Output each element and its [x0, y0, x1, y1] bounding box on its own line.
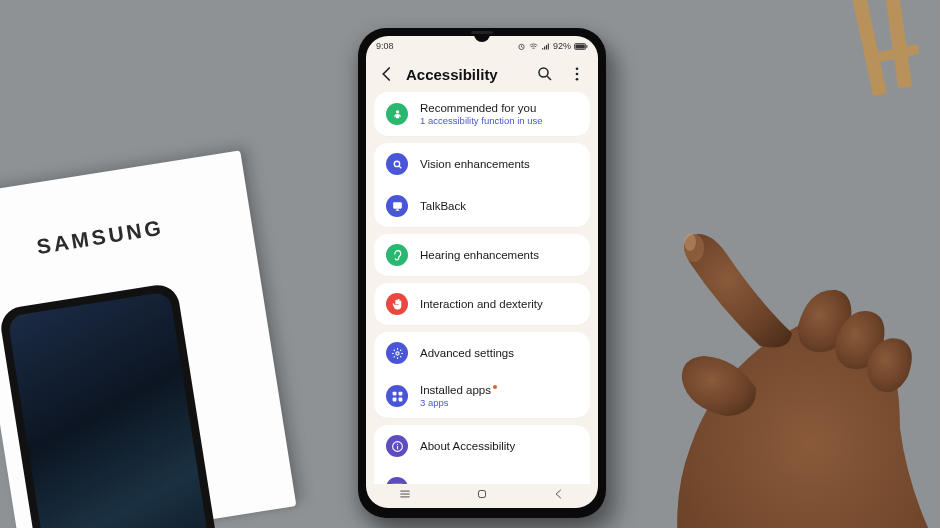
- svg-rect-14: [392, 397, 396, 401]
- settings-card: Interaction and dexterity: [374, 283, 590, 325]
- ear-icon: [386, 244, 408, 266]
- svg-rect-15: [398, 397, 402, 401]
- phone-device: 9:08 92% Accessibility Recommended f: [358, 28, 606, 518]
- wood-clamp-decor: [850, 0, 940, 106]
- info-icon: [386, 435, 408, 457]
- search-icon: [536, 65, 554, 83]
- item-title: About Accessibility: [420, 440, 515, 452]
- wifi-icon: [529, 42, 538, 51]
- page-header: Accessibility: [366, 56, 598, 92]
- alarm-icon: [517, 42, 526, 51]
- nav-back[interactable]: [552, 487, 566, 505]
- svg-rect-13: [398, 391, 402, 395]
- status-battery: 92%: [553, 41, 571, 51]
- svg-rect-12: [392, 391, 396, 395]
- item-title: Vision enhancements: [420, 158, 530, 170]
- recents-icon: [398, 487, 412, 501]
- chat-icon: [386, 477, 408, 484]
- android-navbar: [366, 484, 598, 508]
- settings-card: About AccessibilityContact us: [374, 425, 590, 484]
- signal-icon: [541, 42, 550, 51]
- back-button[interactable]: [374, 61, 400, 87]
- hand-icon: [386, 293, 408, 315]
- page-title: Accessibility: [406, 66, 526, 83]
- search-button[interactable]: [532, 61, 558, 87]
- samsung-box: SAMSUNG: [0, 150, 296, 528]
- status-time: 9:08: [376, 41, 394, 51]
- settings-item[interactable]: Vision enhancements: [374, 143, 590, 185]
- settings-item[interactable]: Contact us: [374, 467, 590, 484]
- svg-rect-10: [393, 202, 402, 209]
- settings-item[interactable]: Installed apps3 apps: [374, 374, 590, 418]
- svg-point-20: [684, 234, 704, 262]
- svg-rect-3: [575, 44, 584, 48]
- svg-rect-2: [586, 45, 587, 47]
- settings-card: Hearing enhancements: [374, 234, 590, 276]
- settings-item[interactable]: Hearing enhancements: [374, 234, 590, 276]
- svg-rect-19: [478, 491, 485, 498]
- item-title: Hearing enhancements: [420, 249, 539, 261]
- gear-icon: [386, 342, 408, 364]
- svg-point-17: [396, 443, 397, 444]
- nav-home[interactable]: [475, 487, 489, 505]
- settings-item[interactable]: Advanced settings: [374, 332, 590, 374]
- settings-item[interactable]: TalkBack: [374, 185, 590, 227]
- svg-point-7: [576, 78, 579, 81]
- svg-point-9: [394, 161, 399, 166]
- battery-icon: [574, 42, 588, 51]
- box-phone-image: [0, 282, 223, 528]
- item-title: Installed apps: [420, 384, 497, 396]
- eye-icon: [386, 153, 408, 175]
- person-icon: [386, 103, 408, 125]
- settings-card: Advanced settingsInstalled apps3 apps: [374, 332, 590, 418]
- item-title: Advanced settings: [420, 347, 514, 359]
- settings-card: Recommended for you1 accessibility funct…: [374, 92, 590, 136]
- apps-icon: [386, 385, 408, 407]
- svg-point-11: [395, 351, 398, 354]
- back-icon: [552, 487, 566, 501]
- svg-point-8: [395, 110, 398, 113]
- svg-point-6: [576, 73, 579, 76]
- samsung-brand-text: SAMSUNG: [35, 215, 166, 259]
- more-button[interactable]: [564, 61, 590, 87]
- item-subtitle: 3 apps: [420, 397, 497, 408]
- update-indicator: [493, 385, 497, 389]
- phone-screen: 9:08 92% Accessibility Recommended f: [366, 36, 598, 508]
- svg-point-4: [539, 68, 548, 77]
- nav-recents[interactable]: [398, 487, 412, 505]
- talk-icon: [386, 195, 408, 217]
- svg-point-5: [576, 67, 579, 70]
- more-vert-icon: [568, 65, 586, 83]
- settings-card: Vision enhancementsTalkBack: [374, 143, 590, 227]
- settings-item[interactable]: Recommended for you1 accessibility funct…: [374, 92, 590, 136]
- settings-item[interactable]: Interaction and dexterity: [374, 283, 590, 325]
- item-title: Recommended for you: [420, 102, 543, 114]
- item-subtitle: 1 accessibility function in use: [420, 115, 543, 126]
- chevron-left-icon: [378, 65, 396, 83]
- svg-rect-18: [396, 445, 397, 448]
- item-title: TalkBack: [420, 200, 466, 212]
- home-icon: [475, 487, 489, 501]
- settings-item[interactable]: About Accessibility: [374, 425, 590, 467]
- settings-cards[interactable]: Recommended for you1 accessibility funct…: [366, 92, 598, 484]
- svg-point-21: [684, 233, 696, 251]
- item-title: Interaction and dexterity: [420, 298, 543, 310]
